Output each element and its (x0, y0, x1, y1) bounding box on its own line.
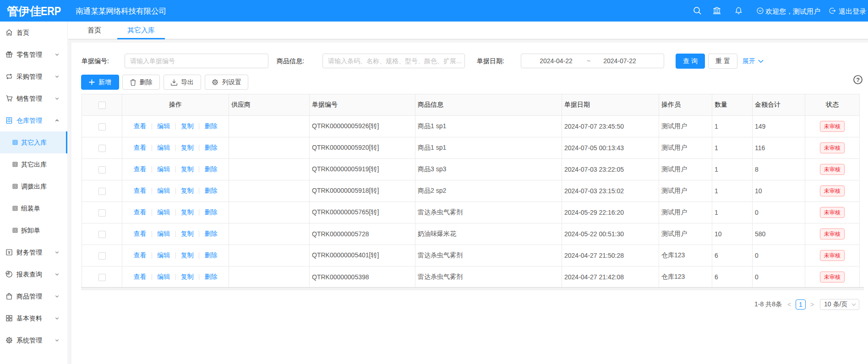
svg-text:?: ? (856, 77, 860, 83)
